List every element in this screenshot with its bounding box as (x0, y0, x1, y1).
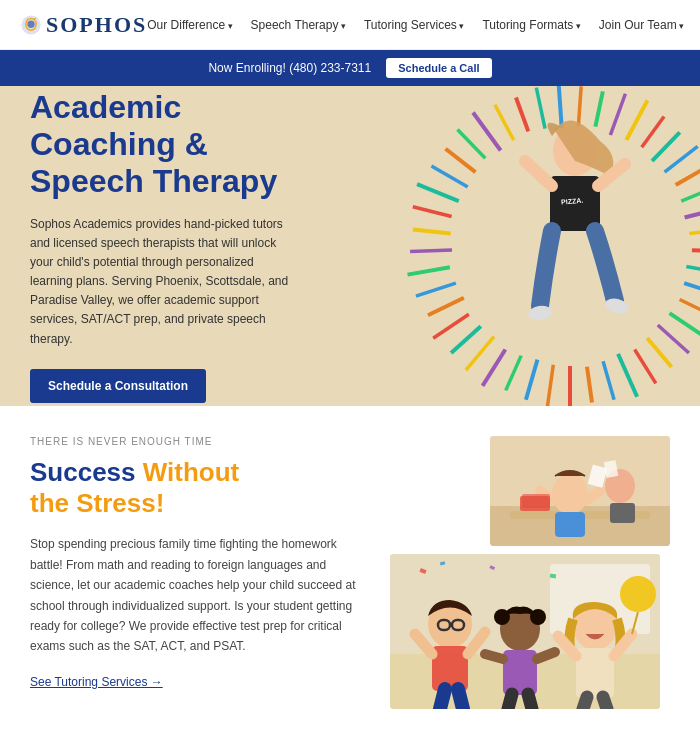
svg-line-88 (508, 694, 512, 709)
svg-point-96 (620, 576, 656, 612)
svg-line-24 (536, 88, 545, 129)
svg-point-1 (27, 20, 34, 27)
hero-content: Academic Coaching & Speech Therapy Sopho… (0, 86, 320, 406)
svg-line-8 (466, 336, 494, 370)
svg-line-11 (428, 298, 464, 316)
nav-tutoring-formats[interactable]: Tutoring Formats (482, 18, 580, 32)
svg-line-23 (516, 98, 528, 132)
logo-text: SOPHOS (46, 12, 147, 38)
section2-title: Success Withoutthe Stress! (30, 457, 370, 519)
svg-line-34 (681, 186, 700, 201)
svg-line-38 (686, 266, 700, 273)
svg-line-86 (485, 654, 503, 659)
hero-cta-button[interactable]: Schedule a Consultation (30, 369, 206, 403)
svg-line-17 (417, 184, 459, 201)
svg-line-47 (587, 367, 592, 403)
svg-line-45 (618, 354, 637, 397)
svg-line-29 (626, 100, 647, 140)
svg-line-13 (408, 267, 450, 274)
nav-join-our-team[interactable]: Join Our Team (599, 18, 684, 32)
svg-line-37 (692, 250, 700, 252)
svg-line-31 (652, 132, 680, 161)
section2-content: THERE IS NEVER ENOUGH TIME Success Witho… (30, 436, 370, 690)
photo-kids-celebrating (390, 554, 660, 709)
svg-line-27 (595, 91, 602, 126)
svg-line-44 (635, 349, 656, 383)
photo-student-svg (490, 436, 670, 546)
svg-line-43 (647, 338, 671, 367)
svg-line-40 (680, 299, 700, 317)
svg-rect-85 (503, 650, 537, 695)
photo-celebrating-svg (390, 554, 660, 709)
hero-description: Sophos Academics provides hand-picked tu… (30, 215, 290, 349)
svg-line-32 (665, 146, 698, 172)
hero-title: Academic Coaching & Speech Therapy (30, 89, 290, 199)
svg-line-39 (684, 283, 700, 295)
hero-section: Academic Coaching & Speech Therapy Sopho… (0, 86, 700, 406)
logo-icon (20, 14, 42, 36)
section2-title-part1: Success (30, 457, 136, 487)
see-tutoring-link[interactable]: See Tutoring Services → (30, 675, 163, 689)
svg-line-12 (416, 283, 456, 296)
svg-line-42 (658, 325, 689, 353)
svg-line-95 (603, 697, 607, 709)
hero-image: PIZZA. (300, 86, 700, 406)
svg-line-28 (610, 94, 625, 135)
svg-line-7 (483, 349, 506, 385)
svg-line-89 (528, 694, 532, 709)
svg-line-10 (433, 314, 469, 338)
svg-line-19 (445, 149, 475, 172)
main-nav: SOPHOS Our Difference Speech Therapy Tut… (0, 0, 700, 50)
success-section: THERE IS NEVER ENOUGH TIME Success Witho… (0, 406, 700, 729)
svg-line-87 (537, 652, 555, 659)
hero-decoration: PIZZA. (300, 86, 700, 406)
svg-rect-62 (555, 512, 585, 537)
svg-line-81 (458, 689, 463, 709)
svg-rect-91 (576, 648, 614, 698)
svg-rect-66 (610, 503, 635, 523)
announcement-text: Now Enrolling! (480) 233-7311 (208, 61, 371, 75)
svg-line-16 (413, 207, 452, 217)
svg-line-6 (506, 356, 521, 391)
svg-line-15 (413, 229, 451, 233)
svg-line-9 (451, 326, 481, 353)
svg-line-46 (603, 361, 614, 399)
svg-line-25 (558, 86, 561, 128)
svg-line-20 (457, 129, 485, 158)
svg-line-80 (440, 689, 445, 709)
svg-line-35 (684, 208, 700, 218)
announcement-bar: Now Enrolling! (480) 233-7311 Schedule a… (0, 50, 700, 86)
svg-line-26 (578, 86, 581, 126)
svg-line-33 (676, 164, 700, 186)
photo-student-stressed (490, 436, 670, 546)
svg-rect-64 (522, 494, 550, 508)
nav-tutoring-services[interactable]: Tutoring Services (364, 18, 464, 32)
svg-line-41 (669, 313, 700, 338)
logo[interactable]: SOPHOS (20, 12, 147, 38)
section2-eyebrow: THERE IS NEVER ENOUGH TIME (30, 436, 370, 447)
schedule-call-button[interactable]: Schedule a Call (386, 58, 491, 78)
nav-our-difference[interactable]: Our Difference (147, 18, 232, 32)
svg-line-22 (495, 105, 514, 140)
svg-line-18 (431, 166, 467, 187)
svg-line-94 (583, 697, 587, 709)
svg-point-59 (552, 474, 588, 514)
nav-links: Our Difference Speech Therapy Tutoring S… (147, 11, 700, 39)
section2-body: Stop spending precious family time fight… (30, 534, 370, 656)
svg-line-21 (473, 113, 501, 151)
svg-line-36 (689, 229, 700, 233)
svg-line-4 (547, 365, 553, 406)
svg-line-5 (526, 359, 538, 399)
section2-images (390, 436, 670, 709)
svg-line-14 (410, 250, 452, 251)
nav-speech-therapy[interactable]: Speech Therapy (251, 18, 346, 32)
svg-line-30 (642, 117, 664, 148)
